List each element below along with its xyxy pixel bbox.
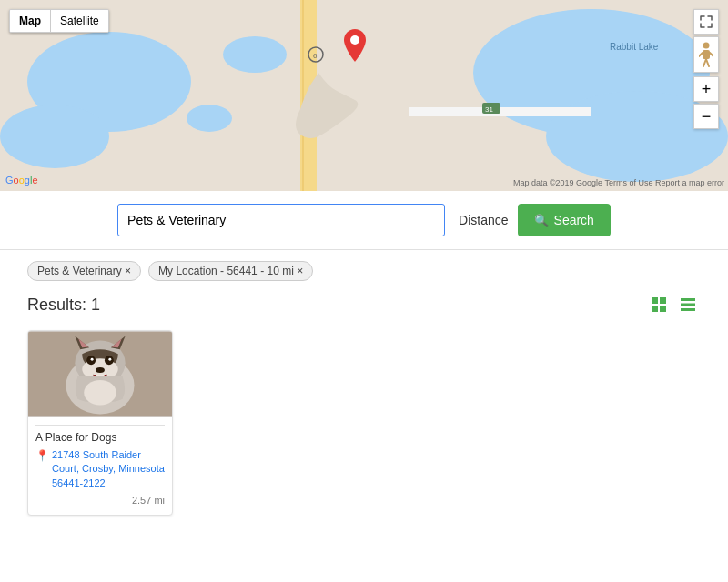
search-input[interactable] bbox=[117, 204, 445, 236]
svg-rect-27 bbox=[681, 308, 695, 311]
svg-text:6: 6 bbox=[313, 52, 318, 60]
filter-tag-category-label: Pets & Veterinary × bbox=[37, 265, 131, 277]
svg-rect-26 bbox=[681, 304, 695, 306]
svg-rect-24 bbox=[660, 306, 666, 312]
svg-rect-8 bbox=[302, 0, 304, 191]
svg-rect-23 bbox=[652, 306, 658, 312]
map-zoom-out-button[interactable]: − bbox=[693, 104, 719, 129]
svg-point-35 bbox=[108, 358, 111, 361]
card-address-text: 21748 South Raider Court, Crosby, Minnes… bbox=[52, 448, 165, 490]
list-view-icon bbox=[680, 296, 696, 313]
map-footer-links: Map data ©2019 Google Terms of Use Repor… bbox=[513, 178, 724, 187]
svg-rect-25 bbox=[681, 298, 695, 301]
map-section: Rabbit Lake 6 31 Map Satellite bbox=[0, 0, 728, 191]
streetview-person-icon bbox=[699, 42, 713, 67]
results-section: Pets & Veterinary × My Location - 56441 … bbox=[0, 250, 728, 582]
map-type-controls: Map Satellite bbox=[9, 9, 109, 33]
card-distance: 2.57 mi bbox=[28, 495, 172, 506]
svg-point-2 bbox=[0, 105, 109, 168]
svg-point-20 bbox=[350, 35, 359, 45]
svg-rect-15 bbox=[703, 50, 710, 59]
map-zoom-in-button[interactable]: + bbox=[693, 76, 719, 102]
result-card[interactable]: A Place for Dogs 📍 21748 South Raider Co… bbox=[27, 330, 173, 516]
dog-image bbox=[28, 331, 172, 417]
svg-point-39 bbox=[84, 380, 116, 406]
svg-point-14 bbox=[703, 43, 710, 49]
google-watermark: Google bbox=[5, 175, 38, 186]
list-view-button[interactable] bbox=[675, 292, 701, 317]
card-address: 📍 21748 South Raider Court, Crosby, Minn… bbox=[28, 448, 172, 490]
distance-label: Distance bbox=[459, 213, 508, 227]
rabbit-lake-label: Rabbit Lake bbox=[610, 42, 659, 52]
svg-line-18 bbox=[699, 53, 703, 56]
cards-grid: A Place for Dogs 📍 21748 South Raider Co… bbox=[27, 330, 701, 516]
results-count: Results: 1 bbox=[27, 296, 100, 315]
map-streetview-button[interactable] bbox=[693, 36, 719, 73]
grid-view-button[interactable] bbox=[646, 292, 672, 317]
search-section: Distance 🔍 Search bbox=[0, 191, 728, 250]
search-button[interactable]: 🔍 Search bbox=[518, 204, 611, 236]
map-marker bbox=[344, 29, 366, 65]
svg-line-19 bbox=[710, 53, 713, 56]
svg-point-5 bbox=[223, 36, 287, 73]
svg-rect-21 bbox=[652, 297, 658, 304]
app-container: Rabbit Lake 6 31 Map Satellite bbox=[0, 0, 728, 582]
results-header: Results: 1 bbox=[27, 292, 701, 317]
map-zoom-controls: + − bbox=[693, 9, 719, 131]
map-fullscreen-button[interactable] bbox=[693, 9, 719, 35]
map-type-map-button[interactable]: Map bbox=[10, 10, 51, 32]
filter-tag-location-label: My Location - 56441 - 10 mi × bbox=[158, 265, 303, 277]
filter-tag-category[interactable]: Pets & Veterinary × bbox=[27, 261, 141, 281]
svg-point-36 bbox=[96, 367, 105, 373]
search-icon: 🔍 bbox=[534, 214, 549, 227]
search-button-label: Search bbox=[554, 213, 594, 227]
filter-tag-location[interactable]: My Location - 56441 - 10 mi × bbox=[148, 261, 313, 281]
svg-point-6 bbox=[187, 105, 232, 132]
svg-text:31: 31 bbox=[485, 105, 493, 114]
location-icon: 📍 bbox=[35, 449, 49, 490]
svg-rect-22 bbox=[660, 297, 666, 304]
card-image-area bbox=[28, 331, 172, 417]
view-controls bbox=[646, 292, 701, 317]
fullscreen-icon bbox=[700, 15, 713, 28]
map-type-satellite-button[interactable]: Satellite bbox=[51, 10, 108, 32]
location-pin-icon bbox=[344, 29, 366, 62]
card-business-name: A Place for Dogs bbox=[28, 431, 172, 444]
svg-line-17 bbox=[706, 59, 709, 66]
grid-view-icon bbox=[651, 296, 667, 313]
filter-tags: Pets & Veterinary × My Location - 56441 … bbox=[27, 261, 701, 281]
svg-point-34 bbox=[91, 358, 94, 361]
card-divider bbox=[35, 425, 165, 426]
